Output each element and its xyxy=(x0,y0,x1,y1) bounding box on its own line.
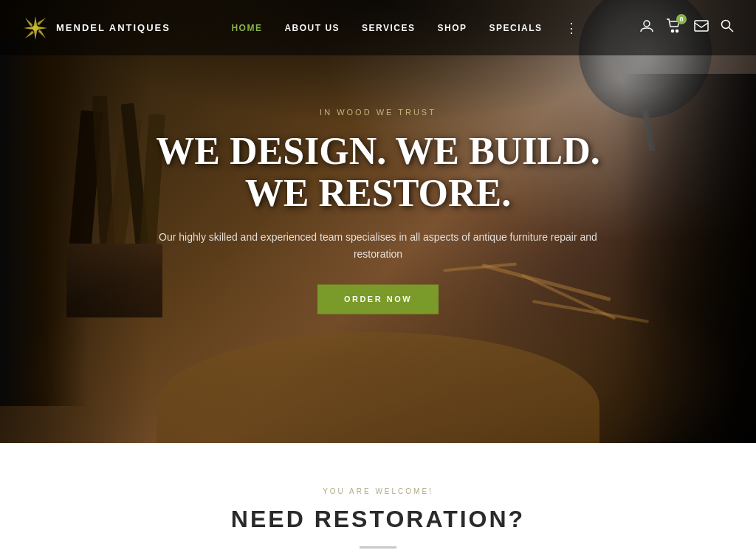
nav-more-button[interactable]: ⋮ xyxy=(565,20,579,36)
header-icons: 0 xyxy=(639,18,734,37)
logo-area: MENDEL ANTIQUES xyxy=(22,15,171,41)
svg-point-9 xyxy=(644,21,650,27)
svg-marker-6 xyxy=(37,18,46,25)
svg-marker-1 xyxy=(34,30,37,40)
logo-icon xyxy=(22,15,49,41)
svg-point-8 xyxy=(32,25,38,31)
restoration-title: NEED RESTORATION? xyxy=(15,506,741,533)
svg-point-11 xyxy=(676,30,678,32)
welcome-text: YOU ARE WELCOME! xyxy=(15,487,741,495)
logo-text: MENDEL ANTIQUES xyxy=(56,22,171,33)
nav-item-shop[interactable]: SHOP xyxy=(438,23,467,33)
svg-point-13 xyxy=(721,21,729,29)
nav-item-about[interactable]: ABOUT US xyxy=(284,23,340,33)
hero-description: Our highly skilled and experienced team … xyxy=(149,230,607,263)
hero-section: MENDEL ANTIQUES HOME ABOUT US SERVICES S… xyxy=(0,0,756,443)
nav-item-specials[interactable]: SPECIALS xyxy=(489,23,543,33)
svg-marker-0 xyxy=(34,16,37,27)
svg-marker-4 xyxy=(25,18,32,27)
hero-content: IN WOOD WE TRUST WE DESIGN. WE BUILD. WE… xyxy=(149,108,607,314)
nav-item-services[interactable]: SERVICES xyxy=(362,23,415,33)
search-icon[interactable] xyxy=(721,19,734,36)
svg-point-10 xyxy=(671,30,673,32)
hero-title: WE DESIGN. WE BUILD. WE RESTORE. xyxy=(149,130,607,214)
below-hero-section: YOU ARE WELCOME! NEED RESTORATION? xyxy=(0,443,756,550)
svg-rect-12 xyxy=(695,21,708,31)
hero-title-line2: WE RESTORE. xyxy=(245,173,511,215)
hero-title-line1: WE DESIGN. WE BUILD. xyxy=(156,130,600,172)
cart-badge: 0 xyxy=(676,14,687,24)
order-now-button[interactable]: ORDER NOW xyxy=(317,285,439,314)
svg-marker-5 xyxy=(38,30,46,38)
hero-tagline: IN WOOD WE TRUST xyxy=(149,108,607,117)
main-nav: HOME ABOUT US SERVICES SHOP SPECIALS ⋮ xyxy=(231,20,578,36)
title-divider xyxy=(360,546,396,549)
site-header: MENDEL ANTIQUES HOME ABOUT US SERVICES S… xyxy=(0,0,756,55)
svg-line-14 xyxy=(729,27,733,32)
user-icon[interactable] xyxy=(639,18,654,37)
email-icon[interactable] xyxy=(694,20,709,35)
svg-marker-3 xyxy=(37,27,47,30)
svg-marker-7 xyxy=(25,31,34,38)
svg-marker-2 xyxy=(24,27,34,30)
cart-icon[interactable]: 0 xyxy=(666,18,682,37)
nav-item-home[interactable]: HOME xyxy=(231,23,262,33)
